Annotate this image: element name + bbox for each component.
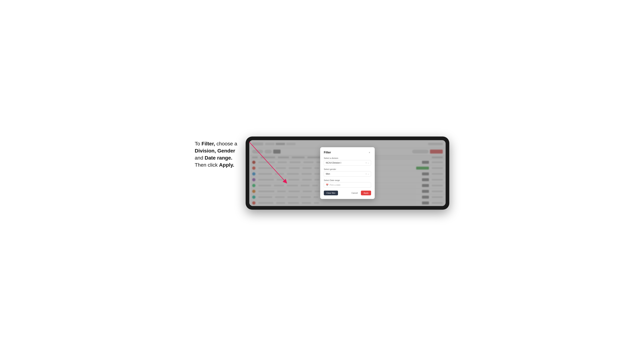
division-select-value: NCAA Division I [326,162,341,164]
filter-modal: Filter × Select a division NCAA Division… [320,147,375,199]
gender-select[interactable]: Men × ⌄ [324,171,371,177]
division-chevron-icon: ⌄ [368,162,369,164]
division-select-icons: × ⌄ [366,162,369,164]
date-field: Select Date range 📅 Pick a date [324,179,371,188]
modal-overlay: Filter × Select a division NCAA Division… [249,140,446,206]
instruction-text: To Filter, choose a Division, Gender and… [195,137,246,169]
modal-footer: Clear filter Cancel Apply [324,191,371,195]
gender-chevron-icon: ⌄ [368,173,369,175]
modal-footer-right: Cancel Apply [350,191,371,195]
gender-field: Select gender Men × ⌄ [324,168,371,177]
date-bold: Date range. [205,155,232,161]
gender-select-icons: × ⌄ [366,173,369,175]
division-bold: Division, Gender [195,148,235,154]
tablet-container: Filter × Select a division NCAA Division… [246,137,449,210]
calendar-icon: 📅 [326,184,328,186]
division-field: Select a division NCAA Division I × ⌄ [324,157,371,166]
tablet-frame: Filter × Select a division NCAA Division… [246,137,449,210]
division-label: Select a division [324,157,371,159]
date-label: Select Date range [324,179,371,181]
gender-label: Select gender [324,168,371,170]
page-wrapper: To Filter, choose a Division, Gender and… [195,137,449,210]
division-clear-icon[interactable]: × [366,162,367,164]
date-input[interactable]: 📅 Pick a date [324,182,371,188]
date-placeholder: Pick a date [330,184,340,186]
modal-header: Filter × [324,151,371,154]
apply-button[interactable]: Apply [361,191,371,195]
gender-select-value: Men [326,173,330,175]
apply-bold: Apply. [219,162,234,168]
division-select[interactable]: NCAA Division I × ⌄ [324,160,371,166]
tablet-screen: Filter × Select a division NCAA Division… [249,140,446,206]
modal-close-button[interactable]: × [368,151,371,154]
filter-bold: Filter, [202,141,215,147]
clear-filter-button[interactable]: Clear filter [324,191,338,195]
cancel-button[interactable]: Cancel [350,191,360,195]
gender-clear-icon[interactable]: × [366,173,367,175]
modal-title: Filter [324,151,331,154]
